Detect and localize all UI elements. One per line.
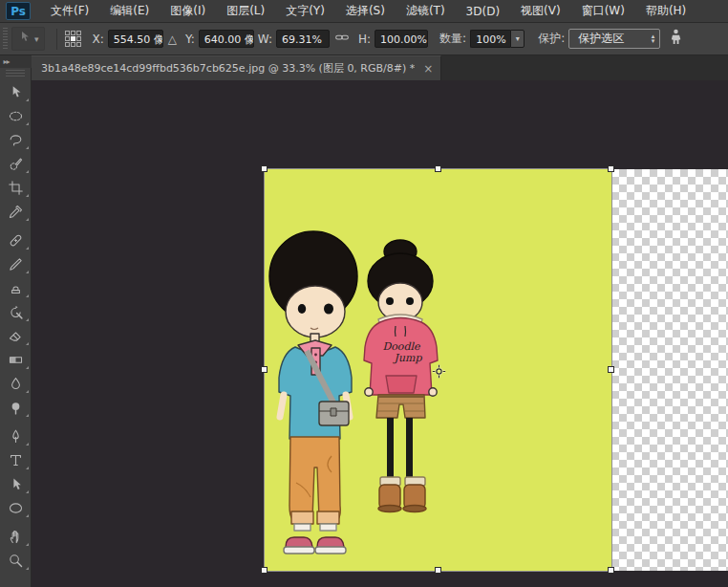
x-label: X:: [93, 33, 104, 46]
menu-item[interactable]: 3D(D): [456, 0, 510, 23]
toolbar-grip[interactable]: [6, 70, 25, 78]
document-tab-title: 3b1a48e89ce14cd99ffbd536b7cb625e.jpg @ 3…: [41, 61, 415, 76]
hand-tool-icon[interactable]: [0, 525, 32, 549]
reference-point-locator[interactable]: [65, 31, 81, 47]
tab-bar: 3b1a48e89ce14cd99ffbd536b7cb625e.jpg @ 3…: [32, 55, 728, 80]
protect-skin-tones-icon[interactable]: [670, 29, 682, 49]
protect-select[interactable]: 保护选区 ▴▾: [568, 29, 660, 49]
tool-bar: ▸▸: [0, 55, 32, 587]
options-bar: ▾ X: 554.50 像素 △ Y: 640.00 像素 W: 69.31% …: [0, 23, 728, 55]
transform-handle[interactable]: [608, 366, 614, 373]
link-dimensions-icon[interactable]: [334, 30, 350, 48]
toolbar-collapse-button[interactable]: ▸▸: [0, 55, 32, 68]
marquee-tool-icon[interactable]: [0, 104, 32, 128]
menu-item[interactable]: 窗口(W): [571, 0, 635, 23]
select-spinner-icon: ▴▾: [652, 34, 655, 44]
menu-item[interactable]: 图像(I): [160, 0, 216, 23]
close-icon[interactable]: ×: [423, 62, 433, 76]
menu-bar: Ps 文件(F)编辑(E)图像(I)图层(L)文字(Y)选择(S)滤镜(T)3D…: [0, 0, 728, 23]
lasso-tool-icon[interactable]: [0, 128, 32, 152]
transform-handle[interactable]: [608, 165, 614, 172]
menu-item[interactable]: 选择(S): [335, 0, 396, 23]
w-label: W:: [258, 33, 272, 46]
amount-dropdown-button[interactable]: ▾: [510, 30, 525, 48]
y-input[interactable]: 640.00 像素: [199, 30, 254, 48]
type-tool-icon[interactable]: [0, 448, 32, 472]
transparent-pixels-checkerboard: [611, 169, 728, 571]
spot-healing-tool-icon[interactable]: [0, 228, 32, 252]
history-brush-tool-icon[interactable]: [0, 300, 32, 324]
gradient-tool-icon[interactable]: [0, 348, 32, 372]
amount-label: 数量:: [439, 31, 466, 47]
relative-position-icon[interactable]: △: [168, 33, 177, 46]
menu-item[interactable]: 图层(L): [216, 0, 275, 23]
h-label: H:: [358, 33, 371, 46]
transform-handle[interactable]: [261, 567, 268, 574]
w-input[interactable]: 69.31%: [276, 30, 330, 48]
document-area: Doodle Jump: [32, 80, 728, 587]
document-tab[interactable]: 3b1a48e89ce14cd99ffbd536b7cb625e.jpg @ 3…: [32, 55, 441, 80]
crop-tool-icon[interactable]: [0, 176, 32, 200]
brush-tool-icon[interactable]: [0, 252, 32, 276]
current-tool-icon: [17, 30, 32, 48]
clone-stamp-tool-icon[interactable]: [0, 276, 32, 300]
eyedropper-tool-icon[interactable]: [0, 200, 32, 224]
transform-handle[interactable]: [261, 366, 268, 373]
zoom-tool-icon[interactable]: [0, 549, 32, 573]
menu-item[interactable]: 滤镜(T): [396, 0, 456, 23]
transform-handle[interactable]: [261, 165, 268, 172]
transform-reference-point[interactable]: [432, 364, 446, 379]
y-label: Y:: [185, 33, 195, 46]
photoshop-window: Ps 文件(F)编辑(E)图像(I)图层(L)文字(Y)选择(S)滤镜(T)3D…: [0, 0, 728, 587]
quick-selection-tool-icon[interactable]: [0, 152, 32, 176]
tool-preset-picker[interactable]: ▾: [11, 27, 45, 51]
blur-tool-icon[interactable]: [0, 372, 32, 396]
chevron-down-icon: ▾: [516, 34, 520, 43]
options-bar-grip: [3, 28, 8, 51]
photoshop-logo: Ps: [6, 2, 31, 20]
chevron-down-icon: ▾: [34, 34, 39, 44]
x-input[interactable]: 554.50 像素: [108, 30, 163, 48]
path-selection-tool-icon[interactable]: [0, 472, 32, 496]
pen-tool-icon[interactable]: [0, 424, 32, 448]
shape-tool-icon[interactable]: [0, 496, 32, 520]
move-tool-icon[interactable]: [0, 80, 32, 104]
menu-item[interactable]: 文字(Y): [275, 0, 335, 23]
transform-handle[interactable]: [608, 567, 614, 574]
protect-label: 保护:: [538, 31, 565, 47]
transform-handle[interactable]: [435, 567, 441, 574]
menu-item[interactable]: 视图(V): [510, 0, 571, 23]
amount-input[interactable]: 100%: [470, 30, 510, 48]
dodge-tool-icon[interactable]: [0, 396, 32, 420]
menu-item[interactable]: 编辑(E): [99, 0, 160, 23]
transform-handle[interactable]: [435, 165, 441, 172]
menu-item[interactable]: 文件(F): [40, 0, 99, 23]
eraser-tool-icon[interactable]: [0, 324, 32, 348]
divider: [56, 29, 57, 50]
protect-selected-value: 保护选区: [578, 31, 624, 47]
menu-item[interactable]: 帮助(H): [635, 0, 696, 23]
hoodie-text-jump: Jump: [393, 352, 423, 364]
h-input[interactable]: 100.00%: [375, 30, 428, 48]
